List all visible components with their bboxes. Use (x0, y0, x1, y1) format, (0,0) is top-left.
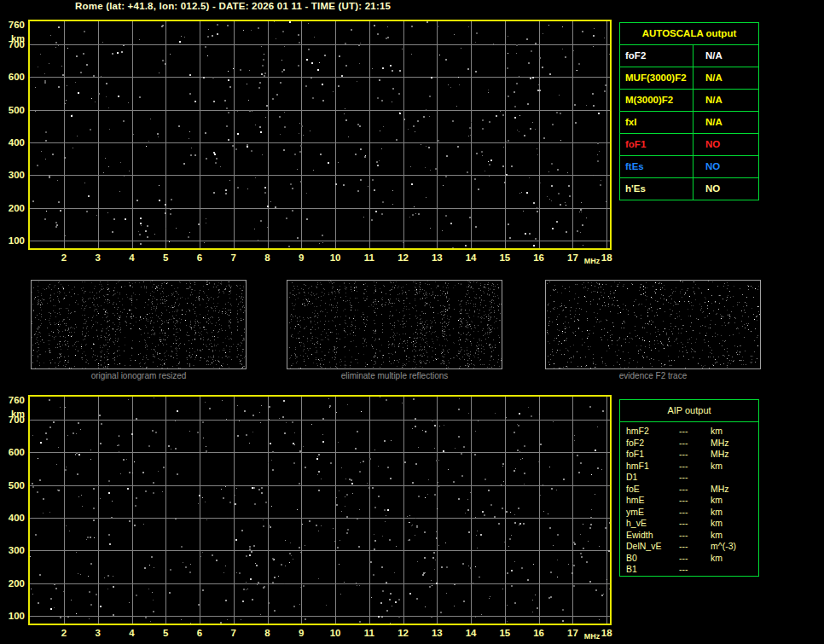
autoscala-output-table: AUTOSCALA output foF2 N/A MUF(3000)F2 N/… (619, 22, 759, 200)
x-tick-labels: 23456789101112131415161718 (30, 252, 618, 267)
parameter-label: Ewidth (626, 530, 679, 542)
y-tick-label: 300 (0, 544, 26, 556)
y-tick-label: 760 (0, 394, 26, 406)
y-tick-label: 500 (0, 479, 26, 491)
x-tick-label: 13 (432, 252, 443, 264)
thumbnail-eliminate-reflections (287, 280, 502, 369)
parameter-value: --- (679, 438, 711, 450)
autoscala-table-rows: foF2 N/A MUF(3000)F2 N/A M(3000)F2 N/A f… (620, 45, 758, 200)
parameter-value: NO (693, 156, 758, 177)
autoscala-app-window: Rome (lat: +41.8, lon: 012.5) - DATE: 20… (0, 0, 824, 644)
parameter-unit: km (711, 461, 758, 473)
parameter-label: foE (626, 484, 679, 496)
parameter-label: MUF(3000)F2 (620, 67, 693, 89)
x-tick-label: 14 (466, 252, 477, 264)
lower-plot-y-axis: 760700600500400300200100 km (0, 395, 26, 627)
parameter-label: foF1 (626, 449, 679, 461)
autoscala-table-title: AUTOSCALA output (620, 23, 758, 45)
parameter-value: N/A (693, 90, 758, 111)
parameter-label: DelN_vE (626, 541, 679, 553)
parameter-label: ftEs (620, 156, 693, 177)
parameter-label: fxI (620, 112, 693, 133)
x-tick-label: 2 (61, 252, 67, 264)
thumbnail-canvas (546, 281, 760, 368)
y-tick-label: 500 (0, 104, 26, 116)
x-tick-label: 10 (330, 628, 341, 639)
table-row: foF2 --- MHz (626, 438, 758, 450)
table-row: foF1 --- MHz (626, 449, 758, 461)
x-tick-label: 9 (299, 252, 304, 264)
parameter-unit: MHz (711, 449, 758, 461)
thumbnail-canvas (32, 281, 246, 368)
parameter-label: h'Es (620, 178, 693, 200)
table-row: hmE --- km (626, 495, 758, 507)
x-tick-label: 15 (499, 628, 510, 639)
x-tick-label: 7 (231, 628, 236, 639)
x-tick-label: 15 (499, 252, 510, 264)
upper-ionogram-canvas (30, 21, 610, 248)
thumbnail-canvas (287, 281, 502, 368)
parameter-value: --- (679, 472, 711, 484)
lower-ionogram-plot (28, 395, 612, 625)
parameter-label: M(3000)F2 (620, 90, 693, 111)
table-row: D1 --- (626, 472, 758, 484)
thumbnail-caption: eliminate multiple reflections (287, 371, 502, 381)
y-axis-unit-label: km (0, 33, 26, 44)
parameter-label: foF1 (620, 134, 693, 155)
aip-table-title: AIP output (620, 400, 758, 422)
parameter-label: hmF2 (626, 426, 679, 438)
parameter-value: NO (693, 178, 758, 200)
x-tick-label: 12 (397, 252, 409, 264)
x-tick-label: 11 (364, 252, 374, 264)
parameter-unit (711, 564, 758, 576)
thumbnail-evidence-f2-trace (545, 280, 761, 369)
x-tick-label: 5 (163, 252, 168, 264)
station-date-time-title: Rome (lat: +41.8, lon: 012.5) - DATE: 20… (75, 1, 391, 11)
y-tick-label: 200 (0, 577, 26, 589)
y-tick-label: 100 (0, 235, 26, 247)
x-tick-label: 7 (231, 252, 236, 264)
y-tick-label: 100 (0, 610, 26, 622)
x-tick-label: 16 (533, 252, 544, 264)
parameter-unit: km (711, 426, 758, 438)
x-tick-label: 13 (432, 628, 443, 639)
x-tick-label: 8 (264, 628, 270, 639)
parameter-value: --- (679, 564, 711, 576)
parameter-label: foF2 (626, 438, 679, 450)
x-tick-label: 9 (299, 628, 304, 639)
parameter-value: --- (679, 507, 711, 519)
x-tick-label: 18 (601, 628, 612, 639)
x-tick-label: 17 (567, 628, 578, 639)
y-tick-label: 400 (0, 136, 26, 148)
lower-ionogram-canvas (30, 397, 610, 624)
table-row: DelN_vE --- m^(-3) (626, 541, 758, 553)
x-tick-label: 16 (533, 628, 544, 639)
parameter-unit: km (711, 518, 758, 530)
x-axis-unit-label: MHz (584, 632, 601, 641)
parameter-value: NO (693, 134, 758, 155)
thumbnail-caption: original ionogram resized (31, 371, 247, 381)
parameter-unit: km (711, 507, 758, 519)
table-row: foF1 NO (620, 134, 758, 156)
thumbnail-caption: evidence F2 trace (545, 371, 761, 381)
x-tick-label: 2 (61, 628, 67, 639)
parameter-value: --- (679, 518, 711, 530)
x-tick-label: 12 (397, 628, 409, 639)
y-tick-label: 600 (0, 446, 26, 458)
y-tick-label: 200 (0, 202, 26, 214)
table-row: M(3000)F2 N/A (620, 90, 758, 112)
x-tick-label: 6 (197, 628, 202, 639)
x-tick-label: 8 (264, 252, 270, 264)
parameter-unit (711, 472, 758, 484)
parameter-label: hmE (626, 495, 679, 507)
x-tick-label: 3 (96, 252, 101, 264)
table-row: hmF1 --- km (626, 461, 758, 473)
table-row: hmF2 --- km (626, 426, 758, 438)
upper-plot-x-axis: 23456789101112131415161718 MHz (30, 252, 618, 267)
table-row: Ewidth --- km (626, 530, 758, 542)
parameter-value: N/A (693, 112, 758, 133)
y-axis-unit-label: km (0, 409, 26, 420)
aip-table-rows: hmF2 --- km foF2 --- MHz foF1 --- MHz hm… (620, 422, 758, 576)
parameter-value: --- (679, 449, 711, 461)
x-tick-label: 10 (330, 252, 341, 264)
